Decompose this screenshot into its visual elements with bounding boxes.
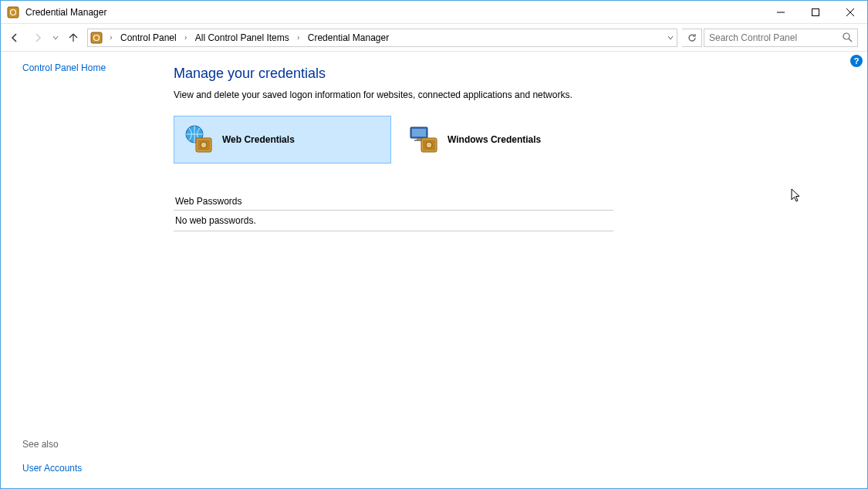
maximize-button[interactable] [798,1,833,23]
recent-locations-dropdown[interactable] [50,35,61,41]
breadcrumb-leaf[interactable]: › Credential Manager [292,29,392,46]
control-panel-icon [88,29,105,46]
svg-rect-3 [812,8,819,15]
svg-rect-16 [417,138,421,140]
credential-type-tiles: Web Credentials Windows Credential [174,116,852,164]
forward-button[interactable] [27,27,49,49]
breadcrumb-root-label: Control Panel [117,32,180,43]
up-button[interactable] [62,27,84,49]
svg-rect-0 [8,7,19,18]
svg-rect-6 [91,32,102,43]
svg-line-9 [849,39,852,42]
chevron-right-icon: › [180,33,192,42]
back-button[interactable] [4,27,25,49]
breadcrumb-root[interactable]: › Control Panel [105,29,180,46]
chevron-right-icon: › [292,33,305,42]
user-accounts-link[interactable]: User Accounts [22,463,82,474]
control-panel-home-link[interactable]: Control Panel Home [22,62,163,73]
see-also-heading: See also [22,439,163,450]
web-passwords-heading: Web Passwords [174,193,613,211]
window-title: Credential Manager [25,7,106,18]
web-passwords-empty-text: No web passwords. [174,211,613,231]
breadcrumb-mid[interactable]: › All Control Panel Items [180,29,292,46]
search-input[interactable] [709,32,843,43]
navbar: › Control Panel › All Control Panel Item… [1,24,867,52]
breadcrumb-mid-label: All Control Panel Items [192,32,292,43]
globe-vault-icon [181,121,218,158]
search-box[interactable] [704,29,858,47]
sidebar: Control Panel Home See also User Account… [1,52,163,488]
see-also-section: See also User Accounts [22,439,163,474]
main-panel: Manage your credentials View and delete … [163,52,867,488]
page-heading: Manage your credentials [174,66,852,82]
credential-manager-window: Credential Manager › [0,0,868,489]
minimize-button[interactable] [763,1,798,23]
search-icon [843,32,853,42]
address-bar[interactable]: › Control Panel › All Control Panel Item… [87,29,677,47]
monitor-vault-icon [406,121,443,158]
svg-point-8 [843,33,849,39]
address-dropdown[interactable] [663,29,677,47]
titlebar: Credential Manager [1,1,867,24]
cursor-icon [791,188,802,204]
svg-rect-15 [412,129,426,137]
close-button[interactable] [833,1,867,23]
page-description: View and delete your saved logon informa… [174,89,852,100]
svg-point-13 [201,142,207,148]
svg-point-20 [426,142,432,148]
breadcrumb-leaf-label: Credential Manager [305,32,392,43]
windows-credentials-label: Windows Credentials [448,134,541,145]
content-body: ? Control Panel Home See also User Accou… [1,52,867,488]
chevron-right-icon: › [105,33,117,42]
web-credentials-label: Web Credentials [222,134,295,145]
refresh-button[interactable] [682,29,702,47]
app-icon [7,6,19,19]
web-credentials-tile[interactable]: Web Credentials [174,116,391,164]
windows-credentials-tile[interactable]: Windows Credentials [399,116,616,164]
